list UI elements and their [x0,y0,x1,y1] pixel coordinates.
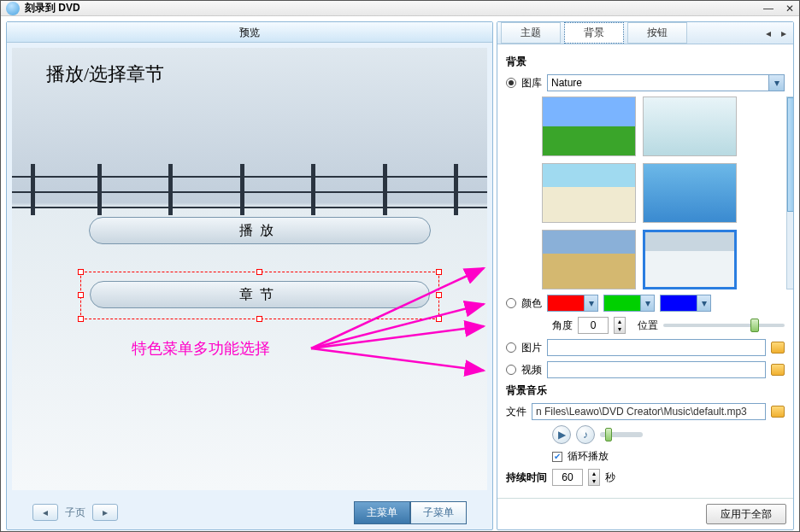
resize-handle[interactable] [78,269,84,275]
preview-panel: 预览 播放/选择章节 播放 [6,21,493,530]
thumbnail[interactable] [643,96,737,156]
gallery-thumbnails [542,96,785,289]
bg-decor [168,164,173,215]
tab-scroll-left[interactable]: ◂ [762,27,774,39]
resize-handle[interactable] [436,316,442,322]
angle-input[interactable] [578,317,609,334]
folder-icon[interactable] [771,406,785,418]
sub-menu-tab[interactable]: 子菜单 [410,501,467,524]
bg-decor [240,164,244,215]
folder-icon[interactable] [771,342,785,354]
resize-handle[interactable] [256,316,262,322]
play-button[interactable]: 播放 [89,217,431,244]
minimize-button[interactable]: — [763,3,774,15]
thumbnail[interactable] [542,163,636,223]
bg-decor [454,164,458,215]
duration-label: 持续时间 [506,471,547,485]
color-label: 颜色 [521,296,542,311]
bg-decor [383,164,387,215]
preview-nav: ◂ 子页 ▸ 主菜单 子菜单 [7,495,492,529]
tab-button[interactable]: 按钮 [627,22,687,44]
next-page-button[interactable]: ▸ [92,504,118,521]
chapter-button-selection[interactable]: 章节 [80,272,439,319]
resize-handle[interactable] [436,269,442,275]
bg-section-title: 背景 [506,55,785,69]
color-picker-1[interactable]: ▾ [547,295,598,312]
window-title: 刻录到 DVD [25,1,80,15]
chevron-down-icon: ▾ [768,75,784,91]
video-path-input[interactable] [547,361,766,378]
settings-tabs: 主题 背景 按钮 ◂ ▸ [497,22,793,44]
file-label: 文件 [506,405,526,419]
color-picker-3[interactable]: ▾ [660,295,711,312]
thumbnail[interactable] [643,163,737,223]
chevron-down-icon: ▾ [584,295,597,311]
folder-icon[interactable] [771,364,785,376]
resize-handle[interactable] [78,292,84,298]
volume-slider[interactable] [600,432,643,437]
play-music-button[interactable]: ▶ [552,425,571,444]
subpage-label: 子页 [65,506,85,520]
angle-spinner[interactable]: ▴▾ [614,317,626,334]
menu-title-text[interactable]: 播放/选择章节 [46,61,164,87]
resize-handle[interactable] [78,316,84,322]
radio-color[interactable] [506,298,516,308]
annotation-text: 特色菜单多功能选择 [132,338,270,359]
position-label: 位置 [638,319,658,333]
chevron-down-icon: ▾ [697,295,710,311]
radio-gallery[interactable] [506,78,516,88]
resize-handle[interactable] [436,292,442,298]
bg-decor [97,164,102,215]
radio-video[interactable] [506,365,516,375]
scroll-thumb[interactable] [787,97,793,212]
resize-handle[interactable] [256,269,262,275]
duration-spinner[interactable]: ▴▾ [588,469,600,486]
thumb-scrollbar[interactable] [786,96,793,289]
close-button[interactable]: ✕ [785,3,794,15]
radio-image[interactable] [506,342,516,353]
apply-all-button[interactable]: 应用于全部 [706,504,786,524]
chapter-button[interactable]: 章节 [90,281,430,308]
slider-knob[interactable] [750,319,759,332]
position-slider[interactable] [663,324,785,327]
app-icon [6,2,20,15]
duration-unit: 秒 [605,471,615,485]
music-note-icon[interactable]: ♪ [576,425,595,444]
color-picker-2[interactable]: ▾ [603,295,655,312]
main-menu-tab[interactable]: 主菜单 [354,501,410,524]
thumbnail[interactable] [542,96,636,156]
video-label: 视频 [521,363,542,377]
titlebar: 刻录到 DVD — ✕ [1,1,799,16]
bgmusic-section-title: 背景音乐 [506,383,785,398]
tab-scroll-right[interactable]: ▸ [778,27,790,39]
tab-theme[interactable]: 主题 [501,22,561,44]
gallery-label: 图库 [521,76,542,91]
image-label: 图片 [521,341,542,355]
thumbnail[interactable] [542,230,636,289]
prev-page-button[interactable]: ◂ [32,504,58,521]
gallery-combo[interactable]: Nature ▾ [547,74,785,91]
loop-label: 循环播放 [568,449,609,464]
slider-knob[interactable] [605,428,612,441]
svg-line-2 [311,326,484,348]
bg-decor [311,164,315,215]
settings-panel: 主题 背景 按钮 ◂ ▸ 背景 图库 Nature ▾ [497,21,794,530]
music-path-input[interactable]: n Files\Leawo\DVD Creator\Music\default.… [532,403,766,420]
bg-fence-decor [12,207,487,208]
image-path-input[interactable] [547,339,766,356]
duration-input[interactable] [552,469,583,486]
app-window: 刻录到 DVD — ✕ 预览 播放/选择章节 播放 [0,0,800,532]
gallery-value: Nature [551,77,582,89]
bg-decor [31,164,35,215]
thumbnail-selected[interactable] [643,230,737,289]
svg-line-3 [311,348,484,371]
chevron-down-icon: ▾ [640,295,654,311]
loop-checkbox[interactable]: ✔ [552,452,562,462]
angle-label: 角度 [552,319,573,333]
preview-header: 预览 [7,22,492,43]
preview-canvas[interactable]: 播放/选择章节 播放 章节 特色菜单多功能选择 [12,48,487,490]
tab-background[interactable]: 背景 [564,22,624,44]
